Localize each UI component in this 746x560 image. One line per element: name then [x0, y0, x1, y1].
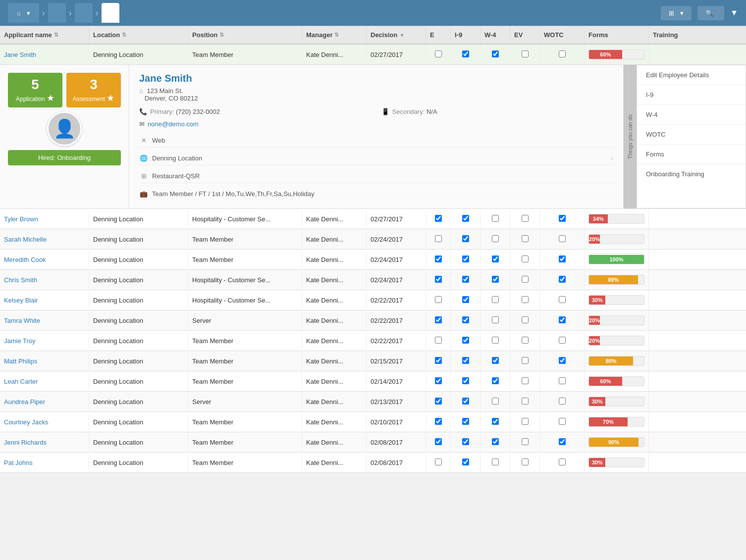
forms-cell: 100% [585, 250, 649, 269]
training-cell [649, 214, 708, 224]
forms-cell: 90% [585, 432, 649, 452]
table-row[interactable]: Courtney JacksDenning LocationTeam Membe… [0, 412, 746, 432]
industry-row: ⊞ Restaurant-QSR [139, 169, 613, 183]
phone-icon: 📞 [139, 108, 147, 115]
th-decision[interactable]: Decision ▼ [367, 26, 426, 44]
table-row[interactable]: Chris SmithDenning LocationHospitality -… [0, 270, 746, 290]
top-nav: ⌂ ▾ › › › ⊞ ▾ 🔍 ▼ [0, 0, 746, 26]
checkbox-e [426, 372, 451, 391]
table-row[interactable]: Sarah MichelleDenning LocationTeam Membe… [0, 229, 746, 250]
checkbox-w4 [480, 393, 510, 411]
nav-applicants[interactable] [48, 3, 66, 23]
table-row[interactable]: Jamie TroyDenning LocationTeam MemberKat… [0, 331, 746, 351]
table-row[interactable]: Matt PhilipsDenning LocationTeam MemberK… [0, 351, 746, 371]
th-location[interactable]: Location ⇅ [89, 26, 188, 44]
checkbox-i9 [451, 393, 480, 411]
menu-forms[interactable]: Forms [637, 145, 746, 164]
checkbox-w4 [480, 210, 510, 228]
checkbox-e [426, 454, 451, 472]
checkbox-e [426, 271, 451, 289]
training-cell [649, 295, 708, 305]
checkbox-wotc [540, 454, 585, 472]
checkbox-ev [510, 352, 540, 370]
table-row[interactable]: Meredith CookDenning LocationTeam Member… [0, 250, 746, 270]
table-row[interactable]: Jenni RichardsDenning LocationTeam Membe… [0, 432, 746, 453]
nav-onboarding[interactable] [102, 3, 119, 23]
checkbox-w4 [480, 291, 510, 309]
checkbox-ev [510, 454, 540, 472]
th-training[interactable]: Training [649, 26, 708, 44]
menu-edit-employee[interactable]: Edit Employee Details [637, 65, 746, 85]
checkbox-w4 [480, 413, 510, 431]
grid-icon-2: ⊞ [139, 172, 148, 180]
email-item[interactable]: ✉ none@demo.com [139, 120, 372, 128]
actions-chevron-icon: ▾ [680, 9, 684, 17]
checkbox-i9 [451, 230, 480, 249]
th-forms[interactable]: Forms [585, 26, 649, 44]
forms-cell: 20% [585, 310, 649, 330]
table-row[interactable]: Kelsey BlairDenning LocationHospitality … [0, 290, 746, 310]
training-cell [649, 275, 708, 285]
checkbox-ev [510, 46, 540, 64]
checkbox-w4 [480, 332, 510, 350]
table-row[interactable]: Pat JohnsDenning LocationTeam MemberKate… [0, 453, 746, 473]
checkbox-i9 [451, 271, 480, 289]
th-wotc[interactable]: WOTC [540, 26, 585, 44]
th-e[interactable]: E [426, 26, 451, 44]
globe-icon: 🌐 [139, 154, 148, 162]
checkbox-wotc [540, 393, 585, 411]
contact-grid: 📞 Primary: (720) 232-0002 📱 Secondary: N… [139, 108, 613, 128]
training-cell [649, 315, 708, 325]
checkbox-w4 [480, 46, 510, 64]
checkbox-i9 [451, 413, 480, 431]
checkbox-wotc [540, 230, 585, 249]
forms-cell: 60% [585, 45, 649, 64]
th-i9[interactable]: I-9 [451, 26, 480, 44]
schedule-row: 💼 Team Member / FT / 1st / Mo,Tu,We,Th,F… [139, 187, 613, 201]
application-badge: 5 Application ★ [8, 73, 62, 107]
table-row[interactable]: Leah CarterDenning LocationTeam MemberKa… [0, 371, 746, 392]
filter-icon[interactable]: ▼ [730, 8, 738, 17]
th-position[interactable]: Position ⇅ [188, 26, 302, 44]
phone-icon-2: 📱 [381, 108, 389, 115]
search-icon: 🔍 [705, 9, 713, 17]
table-row[interactable]: Tyler BrownDenning LocationHospitality -… [0, 209, 746, 229]
th-manager[interactable]: Manager ⇅ [302, 26, 367, 44]
th-name[interactable]: Applicant name ⇅ [0, 26, 89, 44]
things-label: Things you can do [627, 114, 633, 159]
forms-cell: 60% [585, 371, 649, 391]
menu-onboarding-training[interactable]: Onboarding Training [637, 164, 746, 184]
table-row[interactable]: Jane SmithDenning LocationTeam MemberKat… [0, 45, 746, 65]
actions-button[interactable]: ⊞ ▾ [661, 6, 692, 20]
checkbox-w4 [480, 230, 510, 249]
menu-w4[interactable]: W-4 [637, 105, 746, 125]
training-cell [649, 336, 708, 346]
checkbox-e [426, 311, 451, 330]
th-w4[interactable]: W-4 [480, 26, 510, 44]
search-button[interactable]: 🔍 [697, 6, 724, 20]
table-row[interactable]: Tamra WhiteDenning LocationServerKate De… [0, 310, 746, 331]
expanded-main: Jane Smith ⌂ 123 Main St. Denver, CO 802… [129, 65, 623, 208]
checkbox-i9 [451, 454, 480, 472]
checkbox-w4 [480, 352, 510, 370]
badge-row: 5 Application ★ 3 Assessment ★ [8, 73, 121, 107]
table-row[interactable]: Aundrea PiperDenning LocationServerKate … [0, 392, 746, 412]
things-panel: Things you can do [623, 65, 637, 208]
checkbox-wotc [540, 433, 585, 452]
menu-i9[interactable]: I-9 [637, 85, 746, 105]
context-menu: Edit Employee Details I-9 W-4 WOTC Forms… [637, 65, 746, 208]
table-body: Jane SmithDenning LocationTeam MemberKat… [0, 45, 746, 473]
nav-hire[interactable] [75, 3, 93, 23]
nav-jump-to[interactable]: ⌂ ▾ [8, 3, 39, 23]
location-row: 🌐 Denning Location › [139, 152, 613, 165]
grid-icon: ⊞ [669, 9, 674, 17]
nav-right: ⊞ ▾ 🔍 ▼ [661, 6, 738, 20]
training-cell [649, 50, 708, 59]
menu-wotc[interactable]: WOTC [637, 125, 746, 145]
th-ev[interactable]: EV [510, 26, 540, 44]
checkbox-ev [510, 372, 540, 391]
forms-cell: 34% [585, 209, 649, 229]
arrow-icon[interactable]: › [611, 154, 613, 162]
star-icon-2: ★ [107, 93, 114, 103]
checkbox-e [426, 433, 451, 452]
